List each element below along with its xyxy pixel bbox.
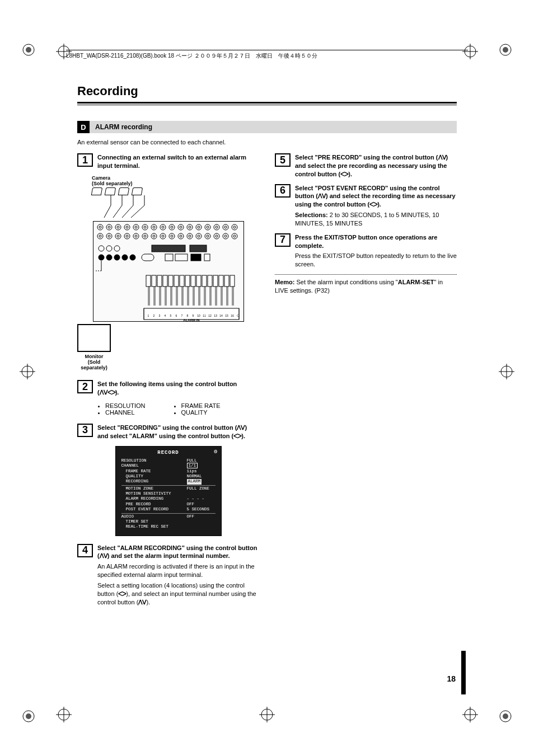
record-panel-key: CHANNEL (120, 463, 184, 468)
bullet-item: QUALITY (181, 409, 221, 416)
memo-block: Memo: Set the alarm input conditions usi… (275, 278, 457, 295)
svg-rect-115 (204, 254, 210, 261)
page-number: 18 (447, 674, 456, 683)
step-4-body1: An ALARM recording is activated if there… (97, 562, 259, 579)
step-number: 2 (77, 380, 93, 393)
step-3-lead-c: ). (241, 433, 245, 439)
section-letter: D (77, 121, 90, 133)
crop-mark-icon (22, 710, 35, 722)
registration-mark-icon (462, 707, 478, 722)
step-7-lead: Press the EXIT/STOP button once operatio… (295, 234, 438, 249)
step-2-bullets: RESOLUTION CHANNEL FRAME RATE QUALITY (97, 402, 259, 416)
svg-point-82 (153, 235, 155, 237)
svg-point-51 (160, 224, 166, 230)
crop-mark-icon (499, 710, 512, 722)
record-panel-key: MOTION ZONE (120, 486, 184, 491)
svg-rect-122 (163, 275, 167, 287)
svg-rect-120 (152, 275, 156, 287)
svg-point-88 (180, 235, 182, 237)
svg-rect-105 (190, 245, 207, 252)
svg-point-49 (151, 224, 157, 230)
svg-point-98 (224, 235, 227, 237)
svg-point-99 (232, 233, 237, 239)
step-number: 4 (77, 544, 93, 557)
record-panel-key: POST EVENT RECORD (120, 507, 184, 512)
svg-point-65 (223, 224, 228, 230)
registration-mark-icon (259, 707, 275, 722)
svg-text:3: 3 (158, 314, 160, 317)
svg-point-1 (26, 47, 31, 53)
title-rule (77, 102, 457, 105)
svg-point-92 (198, 235, 200, 237)
svg-point-83 (160, 233, 166, 239)
arrows-lr-icon: ᐸᐳ (369, 201, 377, 208)
svg-point-64 (216, 226, 218, 228)
svg-point-40 (108, 226, 110, 228)
step-5-lead-a: Select "PRE RECORD" using the control bu… (295, 154, 438, 161)
svg-rect-125 (180, 275, 184, 287)
arrows-ud-icon: ᐱᐯ (237, 424, 245, 431)
svg-rect-133 (224, 275, 229, 287)
svg-rect-134 (230, 275, 235, 287)
svg-point-53 (169, 224, 175, 230)
arrows-ud-icon: ᐱᐯ (100, 552, 107, 559)
step-4-lead-b: ) and set the alarm input terminal numbe… (107, 552, 230, 559)
record-panel-value (184, 519, 217, 524)
svg-point-108 (114, 255, 120, 260)
arrows-udlr-icon: ᐱᐯᐸᐳ (100, 389, 115, 396)
record-panel-key: RESOLUTION (120, 458, 184, 463)
svg-rect-114 (191, 254, 201, 261)
svg-point-109 (122, 255, 128, 260)
section-intro: An external sensor can be connected to e… (77, 139, 457, 145)
svg-point-71 (106, 233, 112, 239)
record-panel-value: - - - - (184, 496, 217, 501)
svg-line-32 (113, 205, 122, 218)
svg-point-43 (124, 224, 130, 230)
svg-point-47 (142, 224, 148, 230)
svg-point-70 (99, 235, 101, 237)
svg-point-81 (151, 233, 157, 239)
bullet-item: RESOLUTION (105, 402, 146, 409)
svg-point-59 (196, 224, 202, 230)
monitor-icon (77, 324, 111, 352)
record-panel-key: REAL-TIME REC SET (120, 524, 184, 529)
record-panel-value: OFF (184, 514, 217, 519)
memo-label: Memo: (275, 279, 294, 285)
step-4: 4 Select "ALARM RECORDING" using the con… (77, 544, 259, 607)
svg-point-5 (26, 713, 31, 719)
svg-point-46 (135, 226, 137, 228)
svg-rect-130 (208, 275, 212, 287)
svg-text:C: C (237, 314, 239, 317)
record-panel-key: AUDIO (120, 514, 184, 519)
svg-point-45 (133, 224, 139, 230)
svg-point-73 (115, 233, 121, 239)
record-panel-value: FULL ZONE (184, 486, 217, 491)
step-5-lead-c: ). (348, 171, 352, 177)
svg-point-57 (187, 224, 193, 230)
svg-rect-132 (219, 275, 223, 287)
svg-rect-126 (185, 275, 190, 287)
svg-point-106 (99, 255, 104, 260)
svg-point-69 (97, 233, 103, 239)
svg-text:13: 13 (214, 314, 217, 317)
svg-point-89 (187, 233, 193, 239)
record-panel-value: NORMAL (184, 474, 217, 479)
svg-text:14: 14 (219, 314, 223, 317)
svg-rect-119 (146, 275, 151, 287)
svg-point-77 (133, 233, 139, 239)
svg-rect-123 (168, 275, 173, 287)
registration-mark-icon (20, 364, 35, 379)
svg-rect-113 (175, 254, 188, 261)
svg-point-60 (198, 226, 200, 228)
svg-point-63 (214, 224, 219, 230)
svg-text:5: 5 (170, 314, 171, 317)
svg-rect-127 (191, 275, 195, 287)
svg-point-48 (144, 226, 146, 228)
record-panel-key: MOTION SENSITIVITY (120, 491, 184, 496)
svg-text:1: 1 (147, 314, 149, 317)
record-panel-value (184, 491, 217, 496)
svg-point-80 (144, 235, 146, 237)
step-7: 7 Press the EXIT/STOP button once operat… (275, 233, 457, 269)
svg-rect-129 (202, 275, 207, 287)
step-3-lead-a: Select "RECORDING" using the control but… (97, 424, 237, 431)
